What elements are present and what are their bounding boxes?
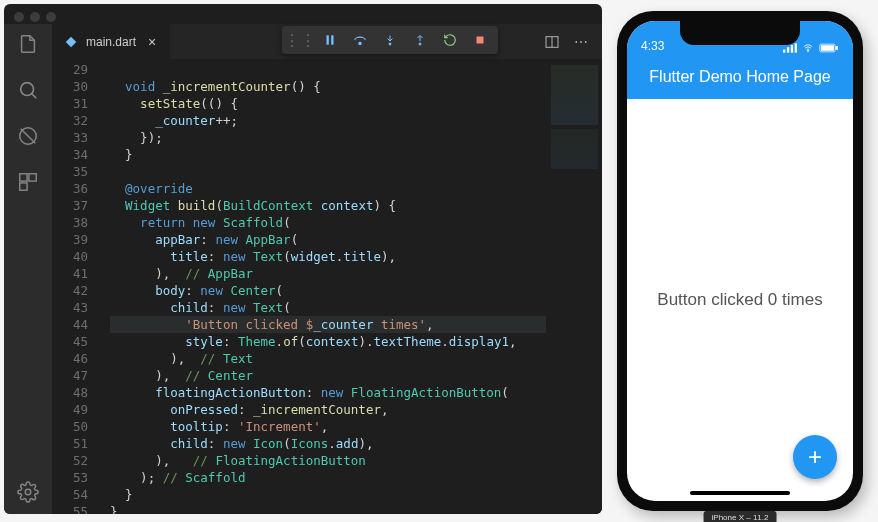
body-text: Button clicked 0 times <box>657 290 822 310</box>
svg-rect-7 <box>331 35 333 44</box>
wifi-icon <box>801 43 815 53</box>
status-time: 4:33 <box>641 39 664 53</box>
debug-restart-button[interactable] <box>436 28 464 52</box>
debug-grip-icon[interactable]: ⋮⋮ <box>286 28 314 52</box>
simulator-panel: 4:33 Flutter Demo Home Page Button click… <box>602 0 878 522</box>
fab-add-button[interactable]: + <box>793 435 837 479</box>
svg-point-8 <box>359 42 361 44</box>
window-traffic-lights <box>14 12 56 22</box>
minimap[interactable] <box>546 59 602 514</box>
debug-stop-button[interactable] <box>466 28 494 52</box>
plus-icon: + <box>808 443 822 471</box>
tab-close-icon[interactable]: × <box>144 34 160 50</box>
simulator-label: iPhone X – 11.2 <box>704 511 777 522</box>
editor-area: main.dart × ⋮⋮ <box>52 24 602 514</box>
svg-point-17 <box>807 50 808 51</box>
more-actions-icon[interactable]: ⋯ <box>574 34 590 50</box>
tab-label: main.dart <box>86 35 136 49</box>
code-editor[interactable]: 2930313233343536373839404142434445464748… <box>52 59 602 514</box>
debug-icon[interactable] <box>16 124 40 148</box>
iphone-frame: 4:33 Flutter Demo Home Page Button click… <box>617 11 863 511</box>
app-title: Flutter Demo Home Page <box>649 68 830 86</box>
svg-rect-11 <box>477 37 484 44</box>
svg-rect-15 <box>791 45 793 53</box>
tabs-row: main.dart × ⋮⋮ <box>52 24 602 59</box>
svg-rect-4 <box>20 183 27 190</box>
svg-point-9 <box>389 43 391 45</box>
editor-actions: ⋯ <box>544 34 602 50</box>
line-gutter: 2930313233343536373839404142434445464748… <box>52 59 102 514</box>
app-body: Button clicked 0 times + <box>627 99 853 501</box>
phone-screen: 4:33 Flutter Demo Home Page Button click… <box>627 21 853 501</box>
svg-rect-16 <box>795 43 797 52</box>
svg-point-5 <box>25 489 31 495</box>
svg-point-0 <box>21 83 34 96</box>
search-icon[interactable] <box>16 78 40 102</box>
svg-rect-3 <box>29 174 36 181</box>
zoom-dot[interactable] <box>46 12 56 22</box>
debug-pause-button[interactable] <box>316 28 344 52</box>
app-bar: Flutter Demo Home Page <box>627 55 853 99</box>
svg-rect-19 <box>821 46 833 51</box>
phone-notch <box>680 21 800 45</box>
settings-gear-icon[interactable] <box>16 480 40 504</box>
svg-rect-20 <box>836 46 838 49</box>
tab-main-dart[interactable]: main.dart × <box>52 24 170 59</box>
minimize-dot[interactable] <box>30 12 40 22</box>
home-indicator[interactable] <box>690 491 790 495</box>
svg-rect-6 <box>327 35 329 44</box>
code-content[interactable]: void _incrementCounter() { setState(() {… <box>102 59 546 514</box>
dart-file-icon <box>64 35 78 49</box>
status-right <box>783 43 839 53</box>
activity-bar <box>4 24 52 514</box>
debug-step-out-button[interactable] <box>406 28 434 52</box>
explorer-icon[interactable] <box>16 32 40 56</box>
debug-toolbar[interactable]: ⋮⋮ <box>282 26 498 54</box>
battery-icon <box>819 43 839 53</box>
debug-step-into-button[interactable] <box>376 28 404 52</box>
close-dot[interactable] <box>14 12 24 22</box>
debug-step-over-button[interactable] <box>346 28 374 52</box>
svg-rect-13 <box>783 50 785 53</box>
svg-point-10 <box>419 43 421 45</box>
split-editor-icon[interactable] <box>544 34 560 50</box>
svg-rect-2 <box>20 174 27 181</box>
vscode-window: main.dart × ⋮⋮ <box>4 4 602 514</box>
svg-rect-14 <box>787 47 789 52</box>
extensions-icon[interactable] <box>16 170 40 194</box>
